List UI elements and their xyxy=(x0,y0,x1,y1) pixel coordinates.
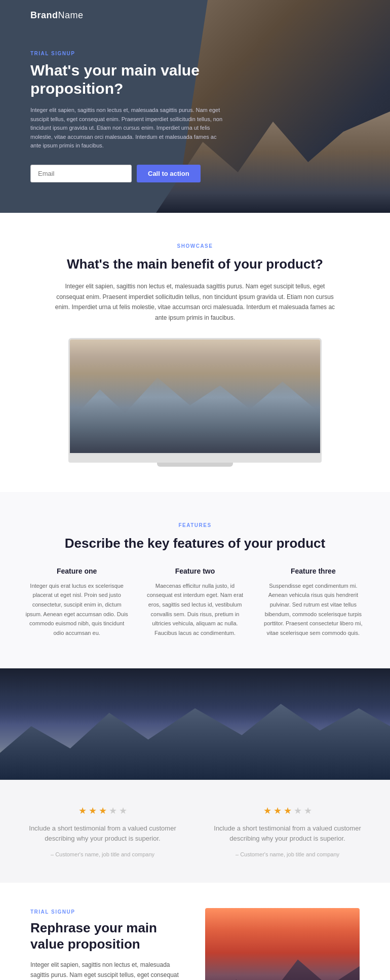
cta-label-tag: TRIAL SIGNUP xyxy=(30,909,185,915)
testimonial-2-stars: ★ ★ ★ ★ ★ xyxy=(205,805,370,816)
laptop-image xyxy=(70,340,320,453)
testimonials-section: ★ ★ ★ ★ ★ Include a short testimonial fr… xyxy=(0,780,390,883)
showcase-body: Integer elit sapien, sagittis non lectus… xyxy=(53,281,337,323)
hero-section: BrandName TRIAL SIGNUP What's your main … xyxy=(0,0,390,213)
laptop-mockup xyxy=(68,338,322,467)
star-1-3: ★ xyxy=(99,805,107,816)
testimonial-1-stars: ★ ★ ★ ★ ★ xyxy=(20,805,185,816)
testimonial-2-text: Include a short testimonial from a value… xyxy=(205,823,370,845)
laptop-stand xyxy=(157,463,233,467)
feature-item-2: Feature two Maecenas efficitur nulla jus… xyxy=(143,567,246,638)
testimonial-2-author: – Customer's name, job title and company xyxy=(205,851,370,857)
brand-logo: BrandName xyxy=(30,10,84,20)
testimonial-1-author: – Customer's name, job title and company xyxy=(20,851,185,857)
showcase-section: SHOWCASE What's the main benefit of your… xyxy=(0,213,390,492)
feature-3-title: Feature three xyxy=(262,567,365,575)
banner-image xyxy=(0,668,390,780)
features-grid: Feature one Integer quis erat luctus ex … xyxy=(25,567,365,638)
star-1-4: ★ xyxy=(109,805,117,816)
star-2-4: ★ xyxy=(294,805,302,816)
feature-item-1: Feature one Integer quis erat luctus ex … xyxy=(25,567,128,638)
testimonial-2: ★ ★ ★ ★ ★ Include a short testimonial fr… xyxy=(205,805,370,858)
star-2-5: ★ xyxy=(304,805,312,816)
cta-button[interactable]: Call to action xyxy=(137,165,201,182)
laptop-base xyxy=(68,455,322,463)
star-2-3: ★ xyxy=(284,805,292,816)
testimonial-1-text: Include a short testimonial from a value… xyxy=(20,823,185,845)
features-label: FEATURES xyxy=(25,522,365,528)
star-1-1: ★ xyxy=(79,805,87,816)
showcase-label: SHOWCASE xyxy=(30,243,360,249)
features-title: Describe the key features of your produc… xyxy=(25,535,365,552)
star-2-1: ★ xyxy=(263,805,271,816)
showcase-title: What's the main benefit of your product? xyxy=(30,256,360,273)
cta-mountain-graphic xyxy=(205,908,360,980)
feature-2-title: Feature two xyxy=(143,567,246,575)
cta-content: TRIAL SIGNUP Rephrase your main value pr… xyxy=(30,909,185,980)
laptop-screen xyxy=(68,338,322,455)
email-input[interactable] xyxy=(30,165,132,182)
star-1-2: ★ xyxy=(89,805,97,816)
feature-item-3: Feature three Suspendisse eget condiment… xyxy=(262,567,365,638)
testimonial-1: ★ ★ ★ ★ ★ Include a short testimonial fr… xyxy=(20,805,185,858)
feature-1-text: Integer quis erat luctus ex scelerisque … xyxy=(25,581,128,638)
hero-title: What's your main value proposition? xyxy=(30,61,223,98)
feature-2-text: Maecenas efficitur nulla justo, id conse… xyxy=(143,581,246,638)
cta-image xyxy=(205,908,360,980)
features-section: FEATURES Describe the key features of yo… xyxy=(0,492,390,668)
hero-content: TRIAL SIGNUP What's your main value prop… xyxy=(30,30,223,182)
feature-1-title: Feature one xyxy=(25,567,128,575)
star-1-5: ★ xyxy=(119,805,127,816)
star-2-2: ★ xyxy=(274,805,282,816)
hero-label: TRIAL SIGNUP xyxy=(30,51,223,56)
feature-3-text: Suspendisse eget condimentum mi. Aenean … xyxy=(262,581,365,638)
hero-form: Call to action xyxy=(30,165,223,182)
navbar: BrandName xyxy=(30,10,84,21)
cta-title: Rephrase your main value proposition xyxy=(30,920,185,953)
cta-section: TRIAL SIGNUP Rephrase your main value pr… xyxy=(0,883,390,980)
hero-body: Integer elit sapien, sagittis non lectus… xyxy=(30,106,223,150)
cta-body: Integer elit sapien, sagittis non lectus… xyxy=(30,960,185,980)
